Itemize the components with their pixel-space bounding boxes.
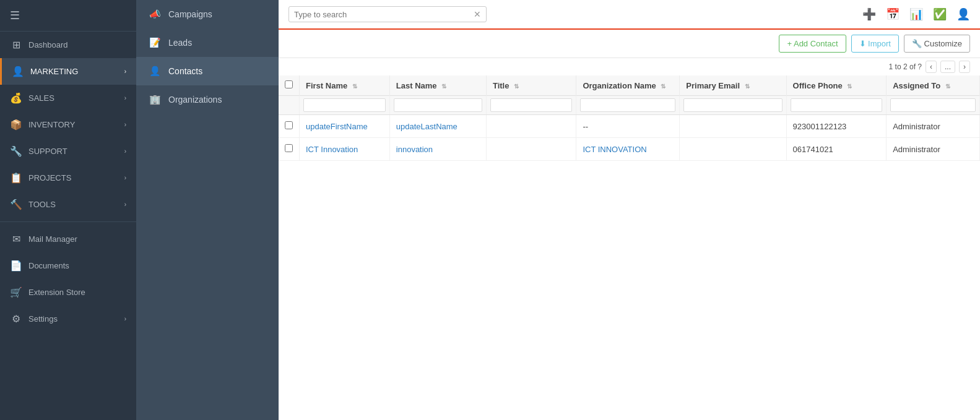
add-icon[interactable]: ➕ — [862, 7, 876, 21]
col-header-title[interactable]: Title ⇅ — [486, 75, 576, 96]
submenu-item-campaigns[interactable]: 📣 Campaigns — [136, 0, 279, 28]
row-phone: 923001122123 — [786, 115, 887, 138]
sidebar-item-label: Settings — [28, 314, 124, 324]
sort-icon: ⇅ — [661, 83, 666, 90]
row-title — [486, 138, 576, 161]
table-header-row: First Name ⇅ Last Name ⇅ Title ⇅ Organiz… — [279, 75, 980, 96]
customize-button[interactable]: 🔧 Customize — [904, 35, 970, 53]
contacts-table: First Name ⇅ Last Name ⇅ Title ⇅ Organiz… — [279, 75, 980, 161]
search-clear-icon[interactable]: ✕ — [474, 9, 481, 19]
row-assigned: Administrator — [887, 115, 980, 138]
pagination-text: 1 to 2 of ? — [889, 62, 922, 71]
filter-org[interactable] — [580, 98, 675, 112]
col-header-phone[interactable]: Office Phone ⇅ — [786, 75, 887, 96]
row-checkbox[interactable] — [285, 144, 293, 152]
sidebar-item-label: INVENTORY — [28, 120, 124, 129]
sidebar-item-tools[interactable]: 🔨 TOOLS › — [0, 191, 136, 218]
sort-icon: ⇅ — [441, 83, 446, 90]
sidebar-item-documents[interactable]: 📄 Documents — [0, 252, 136, 279]
chevron-right-icon: › — [124, 174, 126, 181]
col-header-email[interactable]: Primary Email ⇅ — [680, 75, 786, 96]
sidebar-item-label: Documents — [28, 261, 126, 270]
store-icon: 🛒 — [10, 286, 22, 298]
hamburger-icon[interactable]: ☰ — [10, 9, 20, 22]
more-pages-button[interactable]: ... — [940, 61, 955, 73]
prev-page-button[interactable]: ‹ — [926, 61, 937, 73]
documents-icon: 📄 — [10, 260, 22, 272]
import-button[interactable]: ⬇ Import — [851, 35, 899, 53]
sidebar-item-extension-store[interactable]: 🛒 Extension Store — [0, 279, 136, 306]
leads-icon: 📝 — [149, 37, 161, 48]
sidebar-item-marketing[interactable]: 👤 MARKETING › — [0, 58, 136, 85]
tasks-icon[interactable]: ✅ — [933, 7, 947, 21]
sidebar: ☰ ⊞ Dashboard 👤 MARKETING › 💰 SALES › 📦 … — [0, 0, 136, 420]
row-lastname: updateLastName — [389, 115, 486, 138]
chevron-right-icon: › — [124, 201, 126, 208]
sidebar-item-label: Extension Store — [28, 288, 126, 297]
sidebar-divider — [0, 221, 136, 222]
submenu-item-leads[interactable]: 📝 Leads — [136, 28, 279, 57]
calendar-icon[interactable]: 📅 — [886, 7, 900, 21]
sidebar-item-dashboard[interactable]: ⊞ Dashboard — [0, 32, 136, 58]
next-page-button[interactable]: › — [959, 61, 970, 73]
marketing-icon: 👤 — [12, 66, 24, 77]
row-org: -- — [576, 115, 680, 138]
submenu-item-contacts[interactable]: 👤 Contacts — [136, 57, 279, 85]
contact-firstname-link[interactable]: ICT Innovation — [306, 145, 358, 154]
submenu-panel: 📣 Campaigns 📝 Leads 👤 Contacts 🏢 Organiz… — [136, 0, 279, 420]
table-row: ICT Innovation innovation ICT INNOVATION… — [279, 138, 980, 161]
row-email — [680, 115, 786, 138]
dashboard-icon: ⊞ — [10, 39, 22, 51]
chart-icon[interactable]: 📊 — [909, 7, 923, 21]
sidebar-item-support[interactable]: 🔧 SUPPORT › — [0, 138, 136, 165]
col-header-check[interactable] — [279, 75, 300, 96]
main-content: ✕ ➕ 📅 📊 ✅ 👤 + Add Contact ⬇ Import 🔧 Cus… — [279, 0, 980, 420]
col-header-org[interactable]: Organization Name ⇅ — [576, 75, 680, 96]
sidebar-item-label: Mail Manager — [28, 234, 126, 244]
submenu-item-organizations[interactable]: 🏢 Organizations — [136, 85, 279, 114]
sidebar-item-mail-manager[interactable]: ✉ Mail Manager — [0, 226, 136, 252]
filter-assigned[interactable] — [890, 98, 976, 112]
filter-lastname[interactable] — [394, 98, 482, 112]
contact-lastname-link[interactable]: innovation — [396, 145, 433, 154]
row-phone: 061741021 — [786, 138, 887, 161]
search-input[interactable] — [294, 10, 474, 19]
sidebar-item-label: TOOLS — [28, 200, 124, 209]
add-contact-button[interactable]: + Add Contact — [779, 35, 846, 53]
sidebar-item-label: SALES — [28, 93, 124, 103]
submenu-item-label: Organizations — [168, 95, 222, 105]
col-header-firstname[interactable]: First Name ⇅ — [300, 75, 390, 96]
sidebar-item-settings[interactable]: ⚙ Settings › — [0, 306, 136, 332]
sidebar-item-projects[interactable]: 📋 PROJECTS › — [0, 165, 136, 191]
col-header-assigned[interactable]: Assigned To ⇅ — [887, 75, 980, 96]
row-title — [486, 115, 576, 138]
sort-icon: ⇅ — [745, 83, 750, 90]
row-org: ICT INNOVATION — [576, 138, 680, 161]
select-all-checkbox[interactable] — [285, 80, 293, 88]
filter-firstname[interactable] — [303, 98, 386, 112]
org-link[interactable]: ICT INNOVATION — [583, 145, 646, 154]
table-container: First Name ⇅ Last Name ⇅ Title ⇅ Organiz… — [279, 75, 980, 420]
pagination-bar: 1 to 2 of ? ‹ ... › — [279, 58, 980, 75]
filter-phone[interactable] — [791, 98, 883, 112]
contact-lastname-link[interactable]: updateLastName — [396, 122, 457, 131]
sidebar-item-label: PROJECTS — [28, 173, 124, 182]
row-checkbox[interactable] — [285, 121, 293, 129]
sort-icon: ⇅ — [847, 83, 852, 90]
tools-icon: 🔨 — [10, 199, 22, 210]
top-bar: ✕ ➕ 📅 📊 ✅ 👤 — [279, 0, 980, 30]
search-box[interactable]: ✕ — [288, 6, 487, 22]
chevron-right-icon: › — [124, 121, 126, 128]
filter-email[interactable] — [683, 98, 782, 112]
contact-firstname-link[interactable]: updateFirstName — [306, 122, 368, 131]
row-checkbox-cell[interactable] — [279, 115, 300, 138]
contacts-icon: 👤 — [149, 66, 161, 77]
user-icon[interactable]: 👤 — [956, 7, 970, 21]
filter-title[interactable] — [490, 98, 572, 112]
sidebar-item-inventory[interactable]: 📦 INVENTORY › — [0, 111, 136, 138]
row-firstname: updateFirstName — [300, 115, 390, 138]
sidebar-item-sales[interactable]: 💰 SALES › — [0, 85, 136, 111]
col-header-lastname[interactable]: Last Name ⇅ — [389, 75, 486, 96]
toolbar: + Add Contact ⬇ Import 🔧 Customize — [279, 30, 980, 58]
row-checkbox-cell[interactable] — [279, 138, 300, 161]
